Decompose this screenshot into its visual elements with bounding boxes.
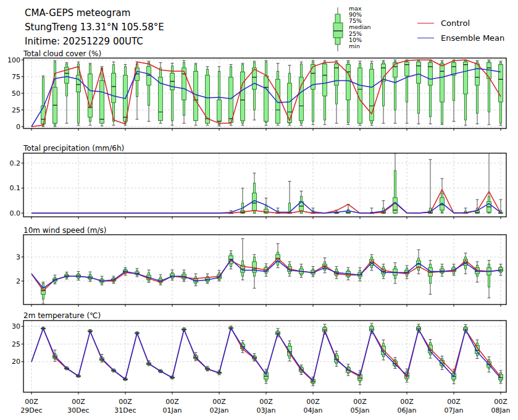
x-tick-date-label: 06Jan — [398, 407, 417, 414]
x-tick-date-label: 08Jan — [491, 407, 511, 414]
precip-ticks — [22, 163, 501, 219]
precip-panel — [22, 149, 507, 219]
legend-box-label: median — [349, 24, 371, 30]
x-tick-date-label: 03Jan — [257, 407, 276, 414]
legend-box-label: 90% — [349, 12, 362, 18]
x-tick-time-label: 00Z — [72, 398, 85, 405]
cloud-y-tick-label: 100 — [0, 57, 20, 64]
x-tick-time-label: 00Z — [119, 398, 132, 405]
cloud-y-tick-label: 50 — [0, 90, 20, 97]
x-tick-time-label: 00Z — [447, 398, 461, 405]
legend-box-label: 75% — [349, 18, 362, 24]
precip-y-tick-label: 0.2 — [0, 160, 20, 167]
precip-box-whiskers — [229, 149, 503, 214]
x-tick-time-label: 00Z — [306, 398, 320, 405]
x-tick-date-label: 01Jan — [163, 407, 182, 414]
panel-title-cloud: Total cloud cover (%) — [23, 50, 101, 57]
legend-box-label: 25% — [349, 31, 362, 37]
x-tick-date-label: 04Jan — [304, 407, 323, 414]
precip-y-tick-label: 0.1 — [0, 185, 20, 191]
header-location: StungTreng 13.31°N 105.58°E — [25, 23, 164, 32]
cloud-y-tick-label: 75 — [0, 74, 20, 80]
header-inittime: Initime: 20251229 00UTC — [25, 37, 143, 46]
x-tick-date-label: 29Dec — [20, 407, 42, 414]
x-tick-date-label: 30Dec — [67, 407, 89, 414]
wind-y-tick-label: 3 — [0, 254, 20, 261]
cloud-panel — [22, 58, 507, 131]
x-tick-date-label: 05Jan — [351, 407, 370, 414]
ensemble-mean-line-swatch — [417, 38, 434, 38]
cloud-y-tick-label: 0 — [0, 124, 20, 130]
legend-item-control: Control — [417, 19, 470, 27]
x-tick-time-label: 00Z — [494, 398, 508, 405]
temp-y-tick-label: 30 — [0, 323, 20, 330]
legend-control-label: Control — [441, 19, 470, 27]
meteogram-chart — [0, 0, 518, 420]
legend-box-label: 10% — [349, 37, 362, 43]
x-tick-time-label: 00Z — [400, 398, 414, 405]
x-tick-date-label: 02Jan — [210, 407, 229, 414]
precip-y-tick-label: 0.0 — [0, 210, 20, 217]
cloud-y-tick-label: 25 — [0, 107, 20, 114]
legend-box-label: max — [349, 6, 362, 12]
legend-ensemble-mean-label: Ensemble Mean — [441, 34, 504, 42]
meteogram-page: { "header": { "title": "CMA-GEPS meteogr… — [0, 0, 518, 420]
temp-ticks — [22, 326, 501, 394]
legend-item-ensemble-mean: Ensemble Mean — [417, 34, 504, 42]
x-tick-time-label: 00Z — [165, 398, 179, 405]
legend-box-glyph — [333, 7, 343, 51]
legend-box-label: min — [349, 43, 360, 49]
wind-ticks — [22, 257, 501, 307]
panel-title-wind: 10m wind speed (m/s) — [23, 227, 106, 234]
x-tick-time-label: 00Z — [259, 398, 273, 405]
x-tick-time-label: 00Z — [25, 398, 38, 405]
x-tick-date-label: 07Jan — [445, 407, 464, 414]
temp-panel — [22, 321, 507, 395]
x-tick-time-label: 00Z — [353, 398, 367, 405]
temp-y-tick-label: 25 — [0, 341, 20, 348]
panel-title-precip: Total precipitation (mm/6h) — [23, 145, 124, 152]
panel-title-temp: 2m temperature (℃) — [23, 312, 101, 319]
wind-panel — [22, 235, 507, 307]
temp-y-tick-label: 20 — [0, 358, 20, 365]
wind-y-tick-label: 2 — [0, 278, 20, 285]
header-title: CMA-GEPS meteogram — [25, 9, 130, 18]
x-tick-date-label: 31Dec — [114, 407, 136, 414]
x-tick-time-label: 00Z — [212, 398, 226, 405]
control-line-swatch — [417, 23, 434, 23]
